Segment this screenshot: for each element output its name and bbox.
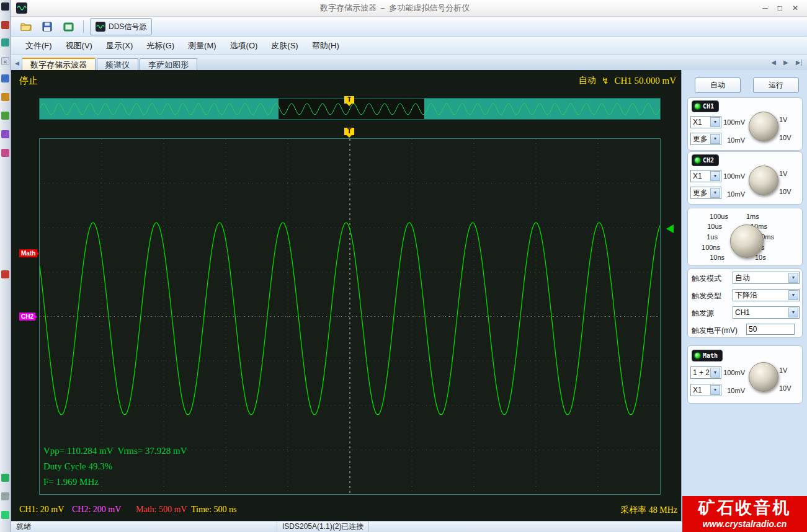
ch1-probe-select[interactable]: X1 ▼ (690, 116, 721, 128)
tab-collapse-icon[interactable]: ◀ (12, 60, 22, 66)
dock-icon[interactable] (1, 149, 9, 157)
dock-icon[interactable] (1, 474, 9, 482)
tab-scroll-left-icon[interactable]: ◀ (771, 59, 776, 66)
tab-scroll-end-icon[interactable]: ▶| (796, 59, 802, 66)
trigger-source-select[interactable]: CH1 ▼ (733, 306, 800, 319)
toolbar-separator (83, 20, 84, 33)
ch2-range-1v: 1V (779, 170, 787, 177)
watermark: 矿石收音机 www.crystalradio.cn (682, 496, 807, 532)
tb-10ns: 10ns (710, 254, 725, 261)
floppy-icon (42, 22, 52, 32)
math-operation-select[interactable]: 1 + 2 ▼ (690, 366, 721, 379)
dock-icon[interactable] (1, 492, 9, 500)
tb-1us: 1us (707, 233, 718, 241)
maximize-button[interactable]: □ (778, 2, 782, 14)
dock-icon[interactable] (1, 130, 9, 138)
open-file-button[interactable] (17, 18, 35, 35)
ch2-enable-button[interactable]: CH2 (692, 154, 719, 166)
tabbar: ◀ 数字存储示波器 频谱仪 李萨如图形 ◀ ▶ ▶| (11, 55, 807, 72)
chevron-down-icon: ▼ (788, 290, 798, 300)
timebase-knob[interactable] (730, 224, 764, 258)
trigger-type-select[interactable]: 下降沿 ▼ (733, 289, 800, 301)
tab-oscilloscope[interactable]: 数字存储示波器 (22, 58, 96, 71)
dock-icon[interactable] (1, 93, 9, 101)
watermark-title: 矿石收音机 (682, 497, 807, 519)
dock-icon[interactable] (1, 112, 9, 120)
sample-rate-label: 采样率 48 MHz (620, 505, 677, 516)
watermark-url: www.crystalradio.cn (682, 519, 807, 529)
dds-signal-source-button[interactable]: DDS信号源 (90, 18, 152, 35)
window-title: 数字存储示波器 － 多功能虚拟信号分析仪 (27, 2, 762, 14)
ch1-more-select[interactable]: 更多 ▼ (690, 133, 721, 145)
ch2-channel-marker[interactable]: CH2 (19, 313, 35, 321)
minimize-button[interactable]: ─ (762, 2, 768, 14)
measurement-vpp-vrms: Vpp= 110.284 mV Vrms= 37.928 mV (43, 446, 187, 456)
menu-help[interactable]: 帮助(H) (305, 37, 346, 55)
dock-icon[interactable] (1, 2, 9, 11)
waveform-plot[interactable] (39, 138, 661, 495)
titlebar: 数字存储示波器 － 多功能虚拟信号分析仪 ─ □ ✕ (11, 0, 807, 17)
window-controls: ─ □ ✕ (762, 2, 802, 14)
scope-window-button[interactable] (60, 18, 77, 35)
ch2-label: CH2 (703, 156, 714, 165)
menu-display[interactable]: 显示(X) (99, 37, 140, 55)
tab-lissajous[interactable]: 李萨如图形 (140, 58, 197, 71)
ch1-volts-knob[interactable] (749, 112, 778, 141)
menu-view[interactable]: 视图(V) (59, 37, 99, 55)
trigger-info: 自动 ↯ CH1 50.000 mV (579, 75, 676, 86)
run-state-label: 停止 (19, 75, 38, 87)
math-range-100mv: 100mV (719, 369, 745, 376)
ch2-range-10mv: 10mV (719, 190, 745, 198)
trigger-position-marker[interactable]: T (344, 128, 354, 135)
ch1-range-1v: 1V (779, 116, 787, 123)
ch2-group: CH2 X1 ▼ 更多 ▼ 100mV 1V 10mV 10V (687, 151, 803, 205)
ch2-more-select[interactable]: 更多 ▼ (690, 187, 721, 199)
ch2-volts-knob[interactable] (749, 166, 778, 195)
dock-collapse-icon[interactable]: « (1, 57, 9, 65)
ch1-range-100mv: 100mV (719, 118, 745, 126)
math-gain-select[interactable]: X1 ▼ (690, 384, 721, 396)
math-enable-button[interactable]: Math (692, 350, 723, 361)
save-button[interactable] (38, 18, 56, 35)
close-button[interactable]: ✕ (792, 2, 798, 14)
ch2-more-value: 更多 (691, 188, 710, 198)
tb-100us: 100us (710, 213, 728, 220)
math-range-10v: 10V (779, 384, 791, 392)
menu-measure[interactable]: 测量(M) (181, 37, 223, 55)
tab-scroll-right-icon[interactable]: ▶ (783, 59, 788, 66)
run-button[interactable]: 运行 (753, 78, 799, 93)
trigger-type-field-label: 触发类型 (692, 291, 721, 301)
dock-icon[interactable] (1, 74, 9, 82)
timebase-group: 100us 10us 1us 100ns 10ns 1ms 10ms 100ms… (687, 208, 803, 266)
dock-icon[interactable] (1, 270, 9, 278)
ch1-level-marker-icon[interactable] (662, 224, 674, 233)
dock-icon[interactable] (1, 511, 9, 519)
trigger-mode-value: 自动 (733, 273, 788, 283)
tab-spectrum-analyzer[interactable]: 频谱仪 (97, 58, 138, 71)
trigger-level-input[interactable] (746, 324, 795, 335)
dock-icon[interactable] (1, 38, 9, 47)
menu-cursor[interactable]: 光标(G) (140, 37, 181, 55)
ch2-probe-select[interactable]: X1 ▼ (690, 170, 721, 182)
math-channel-marker[interactable]: Math (19, 249, 37, 257)
menu-file[interactable]: 文件(F) (19, 37, 59, 55)
overview-trigger-marker[interactable]: T (344, 96, 354, 104)
tb-1ms: 1ms (746, 213, 759, 220)
math-range-1v: 1V (779, 366, 787, 374)
menu-options[interactable]: 选项(O) (223, 37, 265, 55)
trigger-mode-label: 自动 (579, 75, 596, 86)
menu-skin[interactable]: 皮肤(S) (264, 37, 305, 55)
trigger-edge-icon: ↯ (602, 76, 609, 86)
math-gain-value: X1 (691, 386, 710, 394)
math-group: Math 1 + 2 ▼ X1 ▼ 100mV 1V 10mV 10V (687, 345, 803, 404)
trigger-mode-select[interactable]: 自动 ▼ (733, 272, 800, 284)
ch1-enable-button[interactable]: CH1 (692, 100, 719, 112)
oscilloscope-display: 停止 自动 ↯ CH1 50.000 mV T T Math CH2 Vpp= … (11, 70, 681, 521)
auto-button[interactable]: 自动 (695, 78, 741, 93)
app-window: 数字存储示波器 － 多功能虚拟信号分析仪 ─ □ ✕ (11, 0, 807, 532)
trigger-mode-field-label: 触发模式 (692, 273, 721, 284)
ch1-probe-value: X1 (691, 118, 710, 126)
dock-icon[interactable] (1, 21, 9, 29)
math-volts-knob[interactable] (749, 362, 778, 392)
tb-100ns: 100ns (702, 244, 720, 251)
